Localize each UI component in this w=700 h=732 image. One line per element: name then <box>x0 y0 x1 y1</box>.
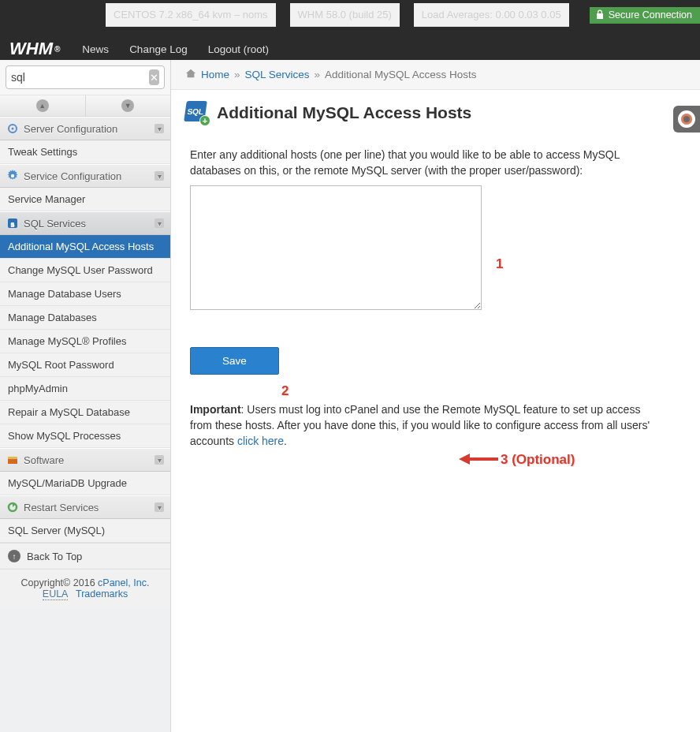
sidebar-item-manage-mysql-profiles[interactable]: Manage MySQL® Profiles <box>0 330 170 353</box>
help-button[interactable] <box>673 106 700 133</box>
whm-version-label: WHM 58.0 (build 25) <box>290 3 400 27</box>
trademarks-link[interactable]: Trademarks <box>76 588 128 599</box>
crumb-sql-services[interactable]: SQL Services <box>245 69 310 80</box>
group-label: Restart Services <box>24 502 99 514</box>
breadcrumb: Home » SQL Services » Additional MySQL A… <box>171 60 700 90</box>
nav-news[interactable]: News <box>82 43 109 55</box>
database-icon: S <box>6 217 19 230</box>
group-label: Software <box>24 454 64 466</box>
chevron-down-icon: ▾ <box>155 455 164 465</box>
crumb-current: Additional MySQL Access Hosts <box>325 69 476 80</box>
svg-text:S: S <box>10 221 15 228</box>
gear-blue-icon <box>6 170 19 182</box>
logo: WHM® <box>9 39 60 59</box>
nav-changelog[interactable]: Change Log <box>129 43 188 55</box>
cpanel-link[interactable]: cPanel, Inc. <box>98 577 149 588</box>
group-service-configuration[interactable]: Service Configuration ▾ <box>0 164 170 188</box>
sidebar-item-manage-databases[interactable]: Manage Databases <box>0 306 170 330</box>
chevron-down-icon: ▾ <box>155 502 164 512</box>
svg-rect-6 <box>8 457 17 459</box>
group-label: Service Configuration <box>24 170 121 182</box>
hosts-textarea[interactable] <box>190 185 482 310</box>
secure-connection-badge: Secure Connection <box>590 7 700 24</box>
caret-up-icon: ▲ <box>36 99 49 112</box>
sidebar-item-mysql-mariadb-upgrade[interactable]: MySQL/MariaDB Upgrade <box>0 472 170 495</box>
back-to-top-button[interactable]: ↑ Back To Top <box>0 543 170 570</box>
back-to-top-label: Back To Top <box>27 551 82 562</box>
sidebar-item-manage-database-users[interactable]: Manage Database Users <box>0 282 170 306</box>
group-sql-services[interactable]: S SQL Services ▾ <box>0 211 170 235</box>
os-label: CENTOS 7.2 x86_64 kvm – noms <box>106 3 276 27</box>
sidebar-item-change-mysql-user-password[interactable]: Change MySQL User Password <box>0 259 170 282</box>
nav-logout[interactable]: Logout (root) <box>208 43 269 55</box>
save-button[interactable]: Save <box>190 347 279 375</box>
sidebar-item-sql-server-mysql[interactable]: SQL Server (MySQL) <box>0 519 170 543</box>
group-restart-services[interactable]: Restart Services ▾ <box>0 495 170 519</box>
secure-connection-text: Secure Connection <box>609 9 692 21</box>
sidebar-item-mysql-root-password[interactable]: MySQL Root Password <box>0 353 170 377</box>
copyright: Copyright© 2016 cPanel, Inc. EULA Tradem… <box>0 570 170 607</box>
sidebar-item-show-mysql-processes[interactable]: Show MySQL Processes <box>0 424 170 448</box>
page-title-icon: SQL + <box>185 101 209 125</box>
sidebar-item-tweak-settings[interactable]: Tweak Settings <box>0 140 170 164</box>
chevron-down-icon: ▾ <box>155 124 164 133</box>
group-label: Server Configuration <box>24 123 117 135</box>
lifebuoy-icon <box>678 110 695 128</box>
top-nav: News Change Log Logout (root) <box>82 43 269 55</box>
refresh-icon <box>6 501 19 514</box>
plus-icon: + <box>199 115 210 126</box>
group-server-configuration[interactable]: Server Configuration ▾ <box>0 117 170 140</box>
search-box: ✕ <box>6 65 165 89</box>
sidebar-item-repair-mysql-database[interactable]: Repair a MySQL Database <box>0 401 170 424</box>
clear-search-icon[interactable]: ✕ <box>149 69 159 85</box>
important-note: Important: Users must log into cPanel an… <box>190 401 657 450</box>
home-icon <box>185 68 196 81</box>
arrow-up-icon: ↑ <box>8 550 20 562</box>
caret-down-icon: ▼ <box>121 99 134 112</box>
chevron-down-icon: ▾ <box>155 171 164 181</box>
chevron-down-icon: ▾ <box>155 218 164 228</box>
sidebar-item-additional-mysql-access-hosts[interactable]: Additional MySQL Access Hosts <box>0 235 170 259</box>
lock-icon <box>596 9 604 21</box>
svg-point-2 <box>11 174 14 177</box>
intro-text: Enter any additional hosts (one per line… <box>190 147 657 179</box>
group-label: SQL Services <box>24 218 86 230</box>
group-software[interactable]: Software ▾ <box>0 448 170 472</box>
page-title: Additional MySQL Access Hosts <box>217 103 471 122</box>
eula-link[interactable]: EULA <box>43 588 68 600</box>
nav-down-button[interactable]: ▼ <box>86 95 171 116</box>
gear-icon <box>6 122 19 135</box>
click-here-link[interactable]: click here <box>237 435 284 447</box>
nav-up-button[interactable]: ▲ <box>0 95 86 116</box>
svg-point-1 <box>12 128 14 130</box>
sidebar-item-phpmyadmin[interactable]: phpMyAdmin <box>0 377 170 401</box>
search-input[interactable] <box>11 71 149 84</box>
sidebar-item-service-manager[interactable]: Service Manager <box>0 188 170 211</box>
package-icon <box>6 454 19 466</box>
crumb-home[interactable]: Home <box>201 69 229 80</box>
load-averages-label: Load Averages: 0.00 0.03 0.05 <box>414 3 569 27</box>
